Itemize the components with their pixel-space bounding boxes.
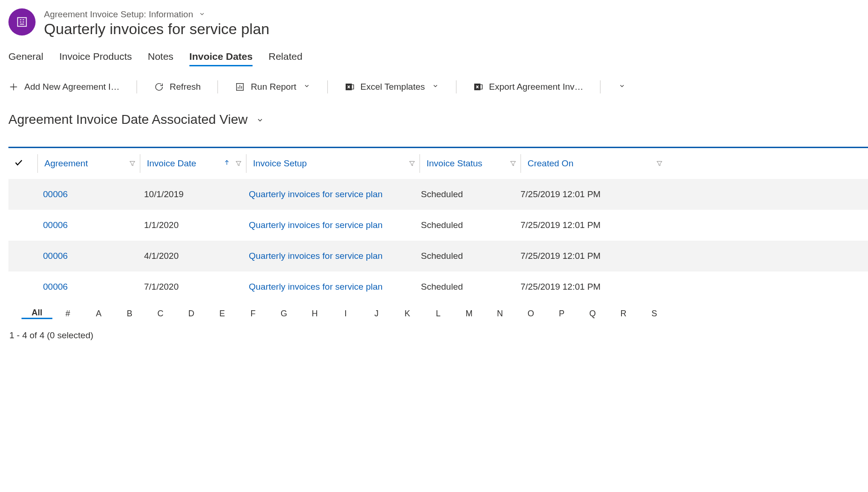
alpha-d[interactable]: D xyxy=(176,309,207,319)
run-report-button[interactable]: Run Report xyxy=(235,82,310,92)
table-row[interactable]: 000061/1/2020Quarterly invoices for serv… xyxy=(8,210,868,241)
select-all-checkbox[interactable] xyxy=(8,148,37,179)
chevron-down-icon xyxy=(618,83,626,91)
alpha-m[interactable]: M xyxy=(454,309,485,319)
form-tabs: General Invoice Products Notes Invoice D… xyxy=(8,51,868,66)
cell-agreement[interactable]: 00006 xyxy=(37,251,138,261)
alpha-j[interactable]: J xyxy=(361,309,392,319)
alpha-r[interactable]: R xyxy=(608,309,639,319)
separator xyxy=(137,80,137,93)
column-label: Created On xyxy=(528,158,573,169)
alpha-b[interactable]: B xyxy=(114,309,145,319)
separator xyxy=(217,80,218,93)
cell-invoice-date: 4/1/2020 xyxy=(138,251,243,261)
cell-agreement[interactable]: 00006 xyxy=(37,220,138,230)
tab-invoice-dates[interactable]: Invoice Dates xyxy=(189,51,253,66)
column-label: Invoice Date xyxy=(147,158,196,169)
record-header: Agreement Invoice Setup: Information Qua… xyxy=(8,8,868,38)
cell-invoice-date: 1/1/2020 xyxy=(138,220,243,230)
record-count-status: 1 - 4 of 4 (0 selected) xyxy=(8,325,868,341)
sort-asc-icon xyxy=(224,158,230,169)
export-label: Export Agreement Inv… xyxy=(489,82,584,92)
alpha-o[interactable]: O xyxy=(515,309,546,319)
report-icon xyxy=(235,82,245,92)
add-new-button[interactable]: Add New Agreement I… xyxy=(8,82,120,92)
excel-templates-button[interactable]: Excel Templates xyxy=(345,82,439,92)
grid-header: Agreement Invoice Date Invoice Setup Inv… xyxy=(8,148,868,179)
table-row[interactable]: 0000610/1/2019Quarterly invoices for ser… xyxy=(8,179,868,210)
separator xyxy=(600,80,600,93)
tab-invoice-products[interactable]: Invoice Products xyxy=(59,51,132,66)
alpha-i[interactable]: I xyxy=(330,309,361,319)
alpha-h[interactable]: H xyxy=(299,309,330,319)
column-label: Invoice Status xyxy=(427,158,482,169)
column-header-invoice-date[interactable]: Invoice Date xyxy=(141,148,246,179)
refresh-icon xyxy=(154,82,164,92)
tab-notes[interactable]: Notes xyxy=(148,51,174,66)
excel-templates-label: Excel Templates xyxy=(361,82,425,92)
command-bar: Add New Agreement I… Refresh Run Report … xyxy=(8,80,868,93)
alpha-l[interactable]: L xyxy=(423,309,454,319)
breadcrumb-label: Agreement Invoice Setup: Information xyxy=(44,9,193,20)
plus-icon xyxy=(8,82,19,92)
alpha-p[interactable]: P xyxy=(546,309,577,319)
cell-created-on: 7/25/2019 12:01 PM xyxy=(515,220,660,230)
table-row[interactable]: 000067/1/2020Quarterly invoices for serv… xyxy=(8,271,868,302)
cell-created-on: 7/25/2019 12:01 PM xyxy=(515,189,660,200)
view-title-label: Agreement Invoice Date Associated View xyxy=(8,112,248,127)
alpha-all[interactable]: All xyxy=(22,308,52,319)
svg-rect-0 xyxy=(18,18,27,27)
filter-icon[interactable] xyxy=(235,160,242,167)
cell-invoice-status: Scheduled xyxy=(415,282,515,292)
cell-invoice-setup[interactable]: Quarterly invoices for service plan xyxy=(243,220,415,230)
cell-invoice-setup[interactable]: Quarterly invoices for service plan xyxy=(243,282,415,292)
tab-general[interactable]: General xyxy=(8,51,43,66)
alpha-index-bar: All#ABCDEFGHIJKLMNOPQRS xyxy=(8,302,868,325)
cell-invoice-status: Scheduled xyxy=(415,220,515,230)
run-report-label: Run Report xyxy=(251,82,296,92)
column-header-created-on[interactable]: Created On xyxy=(522,148,667,179)
data-grid: Agreement Invoice Date Invoice Setup Inv… xyxy=(8,147,868,325)
cell-agreement[interactable]: 00006 xyxy=(37,282,138,292)
alpha-e[interactable]: E xyxy=(207,309,238,319)
export-button[interactable]: Export Agreement Inv… xyxy=(473,82,584,92)
tab-related[interactable]: Related xyxy=(268,51,302,66)
excel-icon xyxy=(473,82,484,92)
alpha-g[interactable]: G xyxy=(268,309,299,319)
alpha-s[interactable]: S xyxy=(639,309,670,319)
breadcrumb[interactable]: Agreement Invoice Setup: Information xyxy=(44,9,269,20)
grid-body: 0000610/1/2019Quarterly invoices for ser… xyxy=(8,179,868,302)
cell-agreement[interactable]: 00006 xyxy=(37,189,138,200)
alpha-n[interactable]: N xyxy=(485,309,515,319)
filter-icon[interactable] xyxy=(509,160,517,167)
chevron-down-icon xyxy=(198,9,206,20)
alpha-c[interactable]: C xyxy=(145,309,176,319)
separator xyxy=(327,80,328,93)
alpha-#[interactable]: # xyxy=(52,309,83,319)
filter-icon[interactable] xyxy=(408,160,416,167)
filter-icon[interactable] xyxy=(656,160,663,167)
entity-icon xyxy=(8,8,36,36)
cell-created-on: 7/25/2019 12:01 PM xyxy=(515,251,660,261)
refresh-button[interactable]: Refresh xyxy=(154,82,201,92)
refresh-label: Refresh xyxy=(170,82,201,92)
cell-invoice-date: 10/1/2019 xyxy=(138,189,243,200)
alpha-k[interactable]: K xyxy=(392,309,423,319)
alpha-a[interactable]: A xyxy=(83,309,114,319)
column-header-invoice-status[interactable]: Invoice Status xyxy=(421,148,521,179)
filter-icon[interactable] xyxy=(129,160,136,167)
table-row[interactable]: 000064/1/2020Quarterly invoices for serv… xyxy=(8,241,868,271)
add-new-label: Add New Agreement I… xyxy=(24,82,120,92)
view-selector[interactable]: Agreement Invoice Date Associated View xyxy=(8,112,868,127)
alpha-f[interactable]: F xyxy=(238,309,268,319)
column-header-agreement[interactable]: Agreement xyxy=(39,148,140,179)
cell-invoice-setup[interactable]: Quarterly invoices for service plan xyxy=(243,251,415,261)
cell-invoice-setup[interactable]: Quarterly invoices for service plan xyxy=(243,189,415,200)
column-header-invoice-setup[interactable]: Invoice Setup xyxy=(247,148,420,179)
check-icon xyxy=(14,158,23,170)
overflow-button[interactable] xyxy=(617,83,626,91)
cell-invoice-date: 7/1/2020 xyxy=(138,282,243,292)
alpha-q[interactable]: Q xyxy=(577,309,608,319)
chevron-down-icon xyxy=(255,112,265,127)
column-label: Agreement xyxy=(44,158,88,169)
